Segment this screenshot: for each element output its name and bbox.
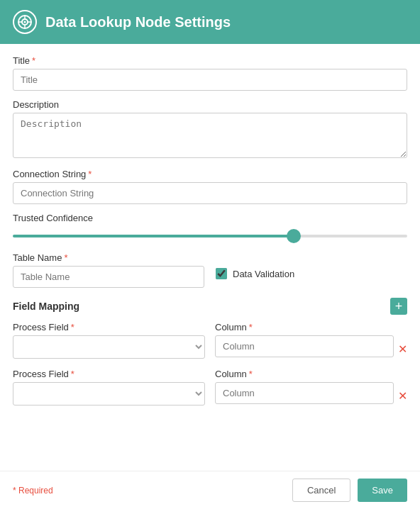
process-field-label-1: Process Field *: [13, 322, 205, 332]
modal-title: Data Lookup Node Settings: [45, 14, 231, 30]
table-name-required-star: *: [64, 252, 67, 263]
column-required-star-1: *: [249, 322, 253, 332]
svg-point-2: [24, 21, 26, 23]
connection-string-label: Connection String *: [13, 169, 407, 179]
process-field-required-star-2: *: [71, 369, 74, 379]
modal-body: Title * Description Connection String * …: [0, 44, 420, 471]
process-field-select-1[interactable]: [13, 335, 205, 359]
column-required-star-2: *: [249, 369, 253, 379]
data-validation-col: Data Validation: [216, 252, 407, 279]
remove-mapping-button-1[interactable]: ✕: [398, 342, 407, 356]
title-required-star: *: [32, 55, 35, 66]
table-name-col: Table Name *: [13, 252, 204, 288]
column-col-2: Column * ✕: [215, 369, 407, 404]
field-mapping-header: Field Mapping +: [13, 298, 407, 315]
trusted-confidence-field-group: Trusted Confidence: [13, 213, 407, 242]
table-name-row: Table Name * Data Validation: [13, 252, 407, 288]
add-mapping-button[interactable]: +: [390, 298, 407, 315]
slider-container: [13, 226, 407, 242]
cancel-button[interactable]: Cancel: [292, 479, 350, 502]
required-note: * Required: [13, 486, 53, 496]
save-button[interactable]: Save: [358, 479, 407, 502]
connection-string-required-star: *: [88, 169, 92, 179]
process-field-col-2: Process Field *: [13, 369, 205, 405]
process-field-required-star-1: *: [71, 322, 74, 332]
table-name-label: Table Name *: [13, 252, 204, 263]
description-label: Description: [13, 99, 407, 110]
column-input-2[interactable]: [215, 382, 394, 404]
modal-container: Data Lookup Node Settings Title * Descri…: [0, 0, 420, 509]
remove-mapping-button-2[interactable]: ✕: [398, 389, 407, 403]
column-label-1: Column *: [215, 322, 394, 332]
title-label: Title *: [13, 55, 407, 66]
field-mapping-title: Field Mapping: [13, 301, 79, 312]
modal-footer: * Required Cancel Save: [0, 471, 420, 509]
column-col-1: Column * ✕: [215, 322, 407, 357]
data-validation-checkbox[interactable]: [216, 268, 227, 279]
title-field-group: Title *: [13, 55, 407, 91]
mapping-row-1: Process Field * Column * ✕: [13, 322, 407, 359]
node-icon: [13, 10, 37, 34]
footer-buttons: Cancel Save: [292, 479, 407, 502]
table-name-input[interactable]: [13, 266, 204, 288]
modal-header: Data Lookup Node Settings: [0, 0, 420, 44]
process-field-select-2[interactable]: [13, 382, 205, 405]
title-input[interactable]: [13, 69, 407, 91]
process-field-label-2: Process Field *: [13, 369, 205, 379]
trusted-confidence-label: Trusted Confidence: [13, 213, 407, 223]
column-input-1[interactable]: [215, 335, 394, 357]
connection-string-input[interactable]: [13, 182, 407, 204]
description-input[interactable]: [13, 113, 407, 158]
process-field-col-1: Process Field *: [13, 322, 205, 359]
mapping-row-2: Process Field * Column * ✕: [13, 369, 407, 405]
connection-string-field-group: Connection String *: [13, 169, 407, 204]
description-field-group: Description: [13, 99, 407, 160]
trusted-confidence-slider[interactable]: [13, 235, 407, 237]
column-label-2: Column *: [215, 369, 394, 379]
data-validation-label: Data Validation: [233, 269, 294, 279]
